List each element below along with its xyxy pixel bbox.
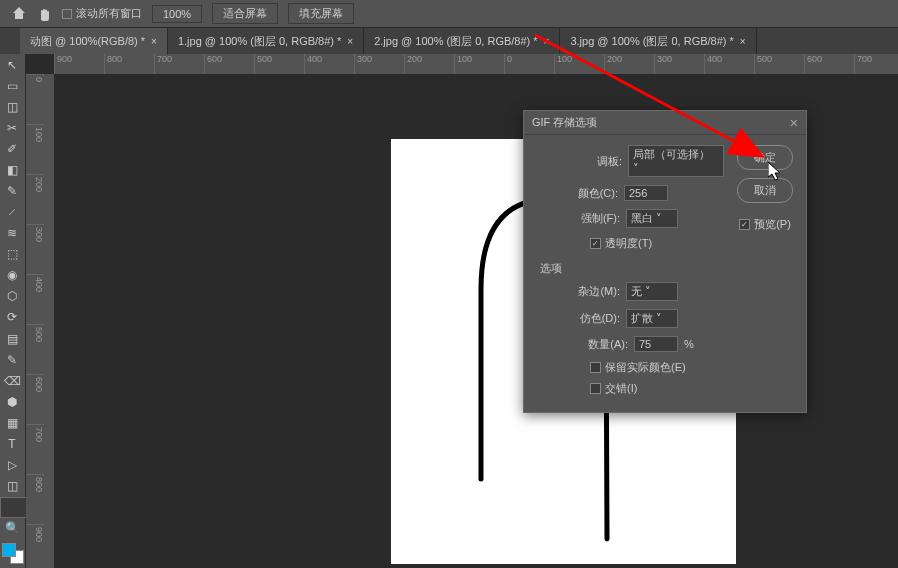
lasso-tool-icon[interactable]: ◉ xyxy=(0,265,24,286)
force-select[interactable]: 黑白 ˅ xyxy=(626,209,678,228)
dialog-title: GIF 存储选项 xyxy=(532,115,597,130)
close-icon[interactable]: × xyxy=(151,36,157,47)
amount-input[interactable] xyxy=(634,336,678,352)
close-icon[interactable]: × xyxy=(544,36,550,47)
dither-select[interactable]: 扩散 ˅ xyxy=(626,309,678,328)
amount-unit: % xyxy=(684,338,724,350)
matte-label: 杂边(M): xyxy=(578,284,620,299)
force-label: 强制(F): xyxy=(581,211,620,226)
preserve-exact-label: 保留实际颜色(E) xyxy=(605,360,686,375)
tab-1[interactable]: 1.jpg @ 100% (图层 0, RGB/8#) *× xyxy=(168,28,364,54)
clone-tool-icon[interactable]: ⟋ xyxy=(0,202,24,223)
gif-save-options-dialog: GIF 存储选项 × 调板: 局部（可选择） ˅ 颜色(C): 强制(F): 黑… xyxy=(523,110,807,413)
matte-select[interactable]: 无 ˅ xyxy=(626,282,678,301)
color-input[interactable] xyxy=(624,185,668,201)
type-tool-icon[interactable]: T xyxy=(0,433,24,454)
pen-tool-icon[interactable]: ▦ xyxy=(0,412,24,433)
close-icon[interactable]: × xyxy=(347,36,353,47)
pencil-tool-icon[interactable]: ✎ xyxy=(0,349,24,370)
move-tool-icon[interactable]: ↖ xyxy=(0,54,24,75)
rotate-tool-icon[interactable]: ⟳ xyxy=(0,307,24,328)
palette-select[interactable]: 局部（可选择） ˅ xyxy=(628,145,724,177)
frame-tool-icon[interactable]: ◧ xyxy=(0,159,24,180)
amount-label: 数量(A): xyxy=(588,337,628,352)
zoom-tool-icon[interactable]: 🔍 xyxy=(0,518,24,539)
color-swatch[interactable] xyxy=(2,543,24,564)
palette-label: 调板: xyxy=(597,154,622,169)
ok-button[interactable]: 确定 xyxy=(737,145,793,170)
hand-tool-icon[interactable] xyxy=(38,8,52,24)
preview-checkbox[interactable] xyxy=(739,219,750,230)
gradient-tool-icon[interactable]: ≋ xyxy=(0,223,24,244)
patch-tool-icon[interactable]: ⬚ xyxy=(0,244,24,265)
home-icon[interactable] xyxy=(12,6,26,22)
scroll-all-windows-checkbox[interactable]: 滚动所有窗口 xyxy=(62,6,142,21)
eyedropper-tool-icon[interactable]: ✐ xyxy=(0,138,24,159)
transparency-label: 透明度(T) xyxy=(605,236,652,251)
eraser-tool-icon[interactable]: ⌫ xyxy=(0,370,24,391)
toolbox: ↖ ▭ ◫ ✂ ✐ ◧ ✎ ⟋ ≋ ⬚ ◉ ⬡ ⟳ ▤ ✎ ⌫ ⬢ ▦ T ▷ … xyxy=(0,54,26,568)
tab-2[interactable]: 2.jpg @ 100% (图层 0, RGB/8#) *× xyxy=(364,28,560,54)
history-brush-icon[interactable]: ▤ xyxy=(0,328,24,349)
bucket-tool-icon[interactable]: ⬢ xyxy=(0,391,24,412)
vertical-ruler: 0100200300400500600700800900 xyxy=(26,74,54,568)
options-bar: 滚动所有窗口 100% 适合屏幕 填充屏幕 xyxy=(0,0,898,28)
close-icon[interactable]: × xyxy=(740,36,746,47)
path-select-icon[interactable]: ▷ xyxy=(0,454,24,475)
close-icon[interactable]: × xyxy=(790,115,798,131)
options-section-label: 选项 xyxy=(534,257,724,282)
shape-tool-icon[interactable]: ◫ xyxy=(0,476,24,497)
fit-screen-button[interactable]: 适合屏幕 xyxy=(212,3,278,24)
preserve-exact-checkbox[interactable] xyxy=(590,362,601,373)
cancel-button[interactable]: 取消 xyxy=(737,178,793,203)
fill-screen-button[interactable]: 填充屏幕 xyxy=(288,3,354,24)
brush-tool-icon[interactable]: ✎ xyxy=(0,180,24,201)
interlace-checkbox[interactable] xyxy=(590,383,601,394)
dither-label: 仿色(D): xyxy=(580,311,620,326)
marquee-tool-icon[interactable]: ▭ xyxy=(0,75,24,96)
interlace-label: 交错(I) xyxy=(605,381,637,396)
transparency-checkbox[interactable] xyxy=(590,238,601,249)
horizontal-ruler: 9008007006005004003002001000100200300400… xyxy=(54,54,898,74)
preview-label: 预览(P) xyxy=(754,217,791,232)
tab-0[interactable]: 动图 @ 100%(RGB/8) *× xyxy=(20,28,168,54)
tab-3[interactable]: 3.jpg @ 100% (图层 0, RGB/8#) *× xyxy=(560,28,756,54)
color-label: 颜色(C): xyxy=(578,186,618,201)
document-tabs: 动图 @ 100%(RGB/8) *× 1.jpg @ 100% (图层 0, … xyxy=(0,28,898,54)
crop-tool-icon[interactable]: ✂ xyxy=(0,117,24,138)
scroll-all-label: 滚动所有窗口 xyxy=(76,6,142,21)
artboard-tool-icon[interactable]: ◫ xyxy=(0,96,24,117)
blur-tool-icon[interactable]: ⬡ xyxy=(0,286,24,307)
dialog-titlebar[interactable]: GIF 存储选项 × xyxy=(524,111,806,135)
zoom-value-button[interactable]: 100% xyxy=(152,5,202,23)
